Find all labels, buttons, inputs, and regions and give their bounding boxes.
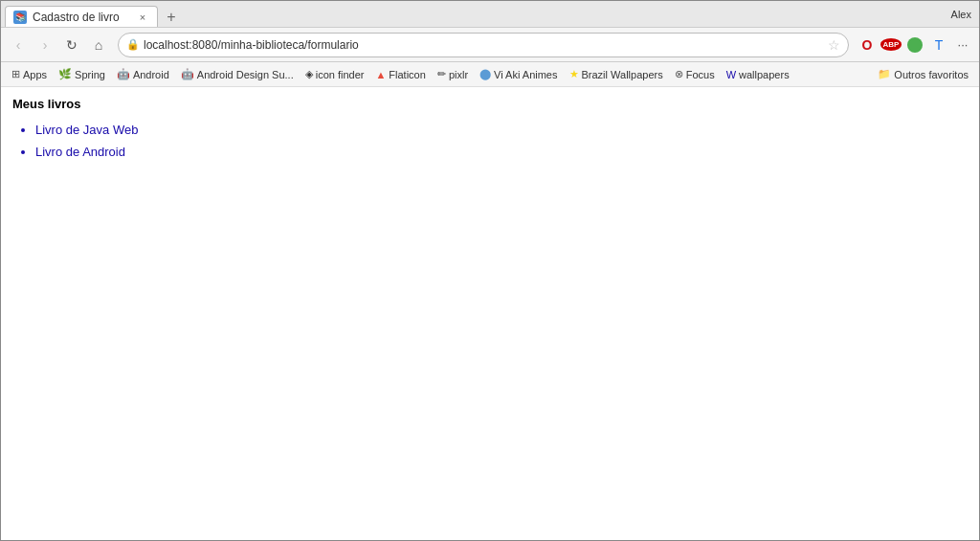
forward-button[interactable]: › [33, 34, 56, 56]
home-button[interactable]: ⌂ [87, 34, 110, 56]
android-design-icon: 🤖 [181, 68, 194, 80]
outros-favoritos-label: Outros favoritos [894, 69, 969, 80]
adblock-button[interactable]: ABP [880, 34, 902, 56]
adblock-icon: ABP [880, 38, 902, 51]
tab-title: Cadastro de livro [33, 11, 130, 24]
bookmark-wallpapers-label: wallpapers [739, 69, 790, 80]
bookmark-pixlr[interactable]: ✏ pixlr [433, 66, 473, 82]
opera-logo: O [862, 37, 873, 53]
back-icon: ‹ [16, 37, 21, 53]
bookmark-android-label: Android [133, 69, 169, 80]
translate-button[interactable]: T [928, 34, 949, 56]
bookmark-focus[interactable]: ⊗ Focus [670, 66, 720, 82]
new-tab-button[interactable]: + [162, 8, 181, 27]
tab-area: 📚 Cadastro de livro × + [5, 1, 947, 27]
bookmark-flaticon[interactable]: ▲ Flaticon [370, 67, 430, 82]
tab-favicon: 📚 [13, 11, 27, 24]
wallpapers-icon: W [726, 69, 736, 80]
bookmark-star-icon[interactable]: ☆ [828, 37, 840, 53]
bookmark-android-design-label: Android Design Su... [197, 69, 294, 80]
title-bar: 📚 Cadastro de livro × + Alex [1, 1, 979, 28]
more-button[interactable]: ··· [952, 34, 973, 56]
folder-icon: 📁 [878, 68, 891, 80]
iconfinder-icon: ◈ [305, 68, 313, 80]
bookmark-apps[interactable]: ⊞ Apps [7, 66, 52, 82]
spring-icon: 🌿 [58, 68, 72, 80]
outros-favoritos-button[interactable]: 📁 Outros favoritos [873, 66, 973, 82]
bookmark-focus-label: Focus [686, 69, 715, 80]
bookmark-flaticon-label: Flaticon [389, 69, 426, 80]
bookmarks-bar: ⊞ Apps 🌿 Spring 🤖 Android 🤖 Android Desi… [1, 62, 979, 87]
bookmark-android[interactable]: 🤖 Android [112, 66, 174, 82]
reload-button[interactable]: ↻ [60, 34, 83, 56]
bookmark-iconfinder-label: icon finder [316, 69, 365, 80]
bookmark-wallpapers[interactable]: W wallpapers [722, 67, 794, 82]
lock-icon: 🔒 [126, 38, 140, 51]
apps-grid-icon: ⊞ [11, 68, 20, 80]
back-button[interactable]: ‹ [7, 34, 30, 56]
bookmark-spring-label: Spring [75, 69, 105, 80]
bookmark-brazil-label: Brazil Wallpapers [582, 69, 663, 80]
bookmarks-right: 📁 Outros favoritos [873, 66, 973, 82]
green-extension-button[interactable] [904, 34, 925, 56]
more-icon: ··· [958, 37, 969, 52]
opera-icon-button[interactable]: O [857, 34, 878, 56]
browser-window: 📚 Cadastro de livro × + Alex ‹ › ↻ ⌂ 🔒 ☆ [0, 0, 980, 541]
bookmark-apps-label: Apps [23, 69, 47, 80]
bookmark-iconfinder[interactable]: ◈ icon finder [301, 66, 369, 82]
bookmark-pixlr-label: pixlr [449, 69, 468, 80]
forward-icon: › [43, 37, 48, 53]
title-bar-right: Alex [951, 9, 975, 20]
nav-right-icons: O ABP T ··· [857, 34, 973, 56]
nav-bar: ‹ › ↻ ⌂ 🔒 ☆ O ABP T [1, 28, 979, 62]
bookmark-spring[interactable]: 🌿 Spring [54, 66, 110, 82]
tab-close-button[interactable]: × [136, 11, 149, 24]
green-extension-icon [907, 37, 923, 53]
brazil-icon: ★ [569, 68, 579, 80]
home-icon: ⌂ [95, 37, 102, 53]
vianimes-icon: ⬤ [479, 68, 491, 80]
reload-icon: ↻ [66, 37, 78, 53]
focus-icon: ⊗ [675, 68, 683, 80]
bookmark-vianimes-label: Vi Aki Animes [494, 69, 557, 80]
flaticon-icon: ▲ [375, 69, 386, 80]
page-heading: Meus livros [12, 97, 968, 111]
book-list: Livro de Java Web Livro de Android [12, 119, 968, 164]
book-item-2[interactable]: Livro de Android [35, 141, 968, 163]
user-label: Alex [951, 9, 971, 20]
url-input[interactable] [144, 38, 824, 52]
page-content: Meus livros Livro de Java Web Livro de A… [1, 87, 979, 540]
bookmark-brazil[interactable]: ★ Brazil Wallpapers [565, 66, 668, 82]
android-icon: 🤖 [117, 68, 130, 80]
browser-tab[interactable]: 📚 Cadastro de livro × [5, 6, 158, 27]
bookmark-android-design[interactable]: 🤖 Android Design Su... [176, 66, 299, 82]
address-bar[interactable]: 🔒 ☆ [118, 33, 849, 57]
bookmark-vianimes[interactable]: ⬤ Vi Aki Animes [475, 66, 562, 82]
translate-icon: T [935, 37, 944, 53]
book-item-1[interactable]: Livro de Java Web [35, 119, 968, 141]
pixlr-icon: ✏ [437, 68, 446, 80]
